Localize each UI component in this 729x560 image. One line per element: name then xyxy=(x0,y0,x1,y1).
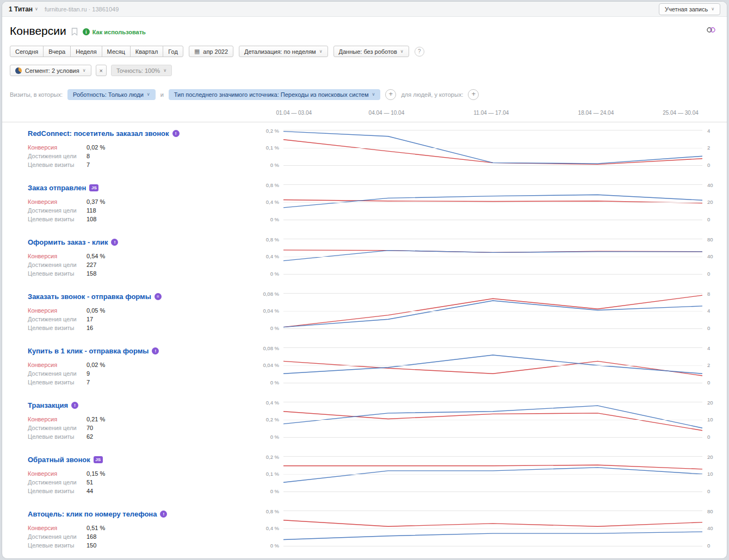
target-visits-label: Целевые визиты xyxy=(28,160,87,169)
goals-list: RedConnect: посетитель заказал звонок ! … xyxy=(2,122,727,557)
goal-name-link[interactable]: Заказ отправлен xyxy=(28,184,86,192)
how-to-use-link[interactable]: i Как использовать xyxy=(83,28,146,35)
bookmark-icon[interactable] xyxy=(71,28,78,36)
y-axis-right-tick: 10 xyxy=(707,416,713,422)
goal-row: RedConnect: посетитель заказал звонок ! … xyxy=(2,122,727,177)
detalization-dropdown[interactable]: Детализация: по неделям ∨ xyxy=(239,46,328,57)
counter-selector[interactable]: 1 Титан ∨ xyxy=(9,5,38,13)
goal-name-link[interactable]: Транзакция xyxy=(28,401,68,409)
target-visits-value: 44 xyxy=(87,487,93,495)
y-axis-left-tick: 0,4 % xyxy=(255,400,279,406)
goal-info: Заказать звонок - отправка формы ≡ Конве… xyxy=(2,285,255,340)
period-button-4[interactable]: Квартал xyxy=(130,46,164,57)
target-visits-value: 7 xyxy=(87,378,90,387)
page-title: Конверсии xyxy=(10,24,66,38)
visits-in-which-label: Визиты, в которых: xyxy=(10,91,63,98)
goal-row: Автоцель: клик по номеру телефона ! Конв… xyxy=(2,503,727,557)
sparkline-chart[interactable]: 0,8 %0,4 %0 %80400 xyxy=(283,239,702,275)
sparkline-chart[interactable]: 0,2 %0,1 %0 %420 xyxy=(283,130,702,166)
sparkline-chart[interactable]: 0,8 %0,4 %0 %80400 xyxy=(283,511,702,546)
detalization-label: Детализация: по неделям xyxy=(244,48,316,55)
period-button-2[interactable]: Неделя xyxy=(70,46,102,57)
y-axis-right-tick: 4 xyxy=(707,128,710,134)
goal-info: Автоцель: клик по номеру телефона ! Конв… xyxy=(2,503,255,557)
sparkline-chart[interactable]: 0,08 %0,04 %0 %840 xyxy=(283,293,702,329)
segment-clear-button[interactable]: × xyxy=(96,65,107,76)
y-axis-left-tick: 0,4 % xyxy=(255,253,279,259)
account-button[interactable]: Учетная запись ∨ xyxy=(659,3,720,15)
target-visits-label: Целевые визиты xyxy=(28,378,87,387)
goal-name-link[interactable]: Оформить заказ - клик xyxy=(28,238,108,246)
goal-reaches-value: 9 xyxy=(87,369,90,378)
chevron-down-icon: ∨ xyxy=(372,92,375,97)
y-axis-right-tick: 0 xyxy=(707,216,710,222)
segment-button[interactable]: Сегмент: 2 условия ∨ xyxy=(10,65,91,76)
filter-chip-robots[interactable]: Роботность: Только люди ∨ xyxy=(67,89,156,100)
period-button-1[interactable]: Вчера xyxy=(43,46,71,57)
blue-series-line xyxy=(283,251,702,261)
date-column-label: 18.04 — 24.04 xyxy=(578,110,614,116)
y-axis-right-tick: 40 xyxy=(707,182,713,188)
add-people-condition-button[interactable]: + xyxy=(468,89,479,100)
sparkline-chart[interactable]: 0,8 %0,4 %0 %40200 xyxy=(283,184,702,220)
sparkline-chart[interactable]: 0,2 %0,1 %0 %20100 xyxy=(283,456,702,492)
y-axis-right-tick: 80 xyxy=(707,508,713,514)
filter-chip-source[interactable]: Тип последнего значимого источника: Пере… xyxy=(169,89,381,100)
chevron-down-icon: ∨ xyxy=(83,69,86,73)
goal-row: Заказать звонок - отправка формы ≡ Конве… xyxy=(2,285,727,340)
segment-conditions: Визиты, в которых: Роботность: Только лю… xyxy=(10,89,719,100)
y-axis-left-tick: 0,1 % xyxy=(255,471,279,477)
target-visits-label: Целевые визиты xyxy=(28,323,87,332)
info-icon: i xyxy=(83,28,90,35)
goal-info: Оформить заказ - клик ! Конверсия 0,54 %… xyxy=(2,231,255,285)
topbar: 1 Титан ∨ furniture-titan.ru · 13861049 … xyxy=(2,2,727,17)
goal-name-link[interactable]: RedConnect: посетитель заказал звонок xyxy=(28,129,169,138)
y-axis-left-tick: 0 % xyxy=(255,488,279,494)
goal-chart: 0,2 %0,1 %0 %420 xyxy=(255,122,727,177)
goal-reaches-value: 70 xyxy=(87,424,93,432)
how-to-use-label: Как использовать xyxy=(92,29,146,35)
y-axis-left-tick: 0 % xyxy=(255,543,279,549)
calendar-icon: ▦ xyxy=(194,48,200,54)
period-button-5[interactable]: Год xyxy=(163,46,183,57)
widgets-icon[interactable] xyxy=(706,26,716,36)
target-visits-label: Целевые визиты xyxy=(28,541,87,550)
goal-name-link[interactable]: Автоцель: клик по номеру телефона xyxy=(28,510,157,518)
goal-reaches-label: Достижения цели xyxy=(28,424,87,432)
y-axis-left-tick: 0 % xyxy=(255,162,279,168)
help-icon[interactable]: ? xyxy=(415,47,424,57)
period-button-3[interactable]: Месяц xyxy=(102,46,131,57)
goal-chart: 0,8 %0,4 %0 %80400 xyxy=(255,503,727,557)
y-axis-left-tick: 0,04 % xyxy=(255,308,279,314)
chevron-down-icon: ∨ xyxy=(163,69,166,73)
account-button-label: Учетная запись xyxy=(665,6,708,13)
goal-name-link[interactable]: Купить в 1 клик - отправка формы xyxy=(28,347,149,355)
chevron-down-icon: ∨ xyxy=(147,92,150,97)
period-button-0[interactable]: Сегодня xyxy=(10,46,44,57)
date-range-button[interactable]: ▦ апр 2022 xyxy=(189,46,233,57)
y-axis-right-tick: 20 xyxy=(707,199,713,205)
add-visit-condition-button[interactable]: + xyxy=(385,89,396,100)
goal-name-link[interactable]: Заказать звонок - отправка формы xyxy=(28,293,151,301)
sparkline-svg xyxy=(283,239,702,274)
conversion-label: Конверсия xyxy=(28,306,87,315)
conversion-value: 0,05 % xyxy=(87,306,105,315)
y-axis-right-tick: 2 xyxy=(707,145,710,151)
goal-type-icon: ! xyxy=(160,511,167,518)
red-series-line xyxy=(283,465,702,469)
conversion-label: Конверсия xyxy=(28,360,87,369)
data-mode-dropdown[interactable]: Данные: без роботов ∨ xyxy=(333,46,409,57)
conversion-label: Конверсия xyxy=(28,143,87,152)
segment-pie-icon xyxy=(15,67,22,74)
goal-reaches-value: 17 xyxy=(87,315,93,323)
target-visits-label: Целевые визиты xyxy=(28,487,87,495)
goal-reaches-label: Достижения цели xyxy=(28,369,87,378)
y-axis-left-tick: 0,08 % xyxy=(255,291,279,297)
y-axis-right-tick: 8 xyxy=(707,291,710,297)
accuracy-dropdown[interactable]: Точность: 100% ∨ xyxy=(111,65,172,76)
sparkline-chart[interactable]: 0,08 %0,04 %0 %420 xyxy=(283,347,702,383)
y-axis-right-tick: 0 xyxy=(707,162,710,168)
sparkline-chart[interactable]: 0,4 %0,2 %0 %20100 xyxy=(283,402,702,438)
goal-name-link[interactable]: Обратный звонок xyxy=(28,456,90,464)
goal-info: RedConnect: посетитель заказал звонок ! … xyxy=(2,122,255,177)
